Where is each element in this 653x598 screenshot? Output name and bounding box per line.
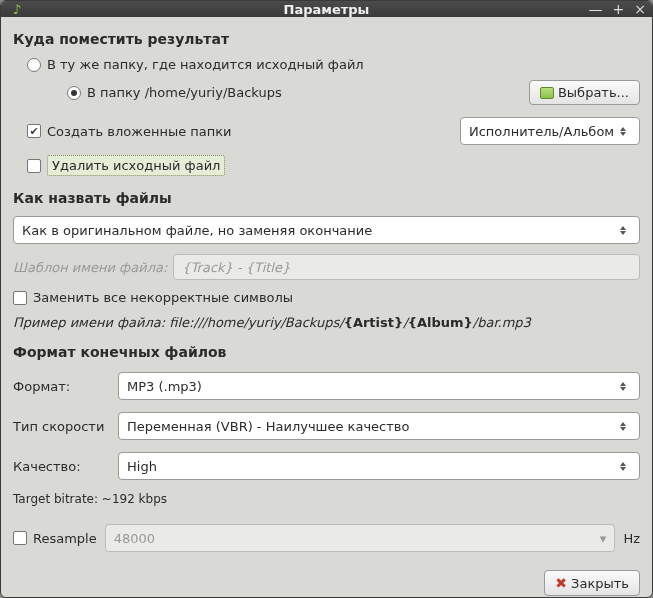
app-icon: ♪ <box>9 1 25 17</box>
resample-dropdown-icon: ▾ <box>600 531 607 546</box>
create-subfolders-label: Создать вложенные папки <box>47 124 232 139</box>
resample-input: 48000 ▾ <box>105 524 616 552</box>
maximize-button[interactable]: + <box>613 1 625 17</box>
example-plain3: /bar.mp3 <box>473 315 531 330</box>
close-window-button[interactable]: × <box>634 1 646 17</box>
replace-chars-checkbox[interactable] <box>13 291 27 305</box>
minimize-button[interactable]: — <box>589 1 603 17</box>
choose-folder-button[interactable]: Выбрать... <box>529 80 640 105</box>
filename-pattern-label: Шаблон имени файла: <box>13 260 167 275</box>
quality-select[interactable]: High <box>118 452 640 480</box>
radio-into-folder[interactable] <box>67 86 81 100</box>
radio-same-folder-label: В ту же папку, где находится исходный фа… <box>47 57 364 72</box>
where-heading: Куда поместить результат <box>13 31 640 47</box>
radio-same-folder-row[interactable]: В ту же папку, где находится исходный фа… <box>27 57 640 72</box>
close-button[interactable]: ✖ Закрыть <box>544 570 640 596</box>
filename-pattern-row: Шаблон имени файла: {Track} - {Title} <box>13 254 640 280</box>
radio-into-folder-label: В папку /home/yuriy/Backups <box>87 85 282 100</box>
format-label: Формат: <box>13 379 118 394</box>
subfolder-pattern-value: Исполнитель/Альбом <box>469 124 615 139</box>
window-controls: — + × <box>589 1 646 17</box>
content: Куда поместить результат В ту же папку, … <box>1 17 652 598</box>
delete-original-checkbox[interactable] <box>27 159 41 173</box>
resample-unit: Hz <box>623 531 640 546</box>
choose-button-label: Выбрать... <box>558 85 629 100</box>
preferences-window: ♪ Параметры — + × Куда поместить результ… <box>0 0 653 598</box>
replace-chars-row[interactable]: Заменить все некорректные символы <box>13 290 640 305</box>
format-heading: Формат конечных файлов <box>13 344 640 360</box>
create-subfolders-checkbox[interactable] <box>27 124 41 138</box>
naming-mode-caret-icon <box>615 226 631 235</box>
window-title: Параметры <box>1 2 652 17</box>
example-prefix: Пример имени файла: <box>13 315 165 330</box>
example-bold2: {Album} <box>408 315 473 330</box>
quality-value: High <box>127 459 615 474</box>
close-button-label: Закрыть <box>571 576 629 591</box>
subfolder-pattern-select[interactable]: Исполнитель/Альбом <box>460 117 640 145</box>
naming-mode-value: Как в оригинальном файле, но заменяя око… <box>22 223 615 238</box>
quality-row: Качество: High <box>13 452 640 480</box>
target-bitrate-label: Target bitrate: ~192 kbps <box>13 492 640 506</box>
quality-caret-icon <box>615 462 631 471</box>
format-row: Формат: MP3 (.mp3) <box>13 372 640 400</box>
resample-label: Resample <box>33 531 97 546</box>
speedtype-value: Переменная (VBR) - Наилучшее качество <box>127 419 615 434</box>
create-subfolders-row: Создать вложенные папки Исполнитель/Альб… <box>27 117 640 145</box>
resample-value: 48000 <box>114 531 600 546</box>
folder-icon <box>540 87 554 99</box>
format-value: MP3 (.mp3) <box>127 379 615 394</box>
example-filename: Пример имени файла: file:///home/yuriy/B… <box>13 315 640 330</box>
delete-original-label: Удалить исходный файл <box>47 155 225 176</box>
filename-pattern-input: {Track} - {Title} <box>173 254 640 280</box>
format-caret-icon <box>615 382 631 391</box>
filename-pattern-placeholder: {Track} - {Title} <box>182 260 290 275</box>
replace-chars-label: Заменить все некорректные символы <box>33 290 293 305</box>
example-bold1: {Artist} <box>344 315 404 330</box>
speedtype-row: Тип скорости Переменная (VBR) - Наилучше… <box>13 412 640 440</box>
radio-into-folder-row: В папку /home/yuriy/Backups Выбрать... <box>67 80 640 105</box>
radio-same-folder[interactable] <box>27 58 41 72</box>
naming-mode-select[interactable]: Как в оригинальном файле, но заменяя око… <box>13 216 640 244</box>
speedtype-caret-icon <box>615 422 631 431</box>
speedtype-select[interactable]: Переменная (VBR) - Наилучшее качество <box>118 412 640 440</box>
close-icon: ✖ <box>555 575 567 591</box>
format-select[interactable]: MP3 (.mp3) <box>118 372 640 400</box>
footer: ✖ Закрыть <box>13 556 640 596</box>
example-plain1: file:///home/yuriy/Backups/ <box>165 315 343 330</box>
speedtype-label: Тип скорости <box>13 419 118 434</box>
subfolder-pattern-caret-icon <box>615 127 631 136</box>
naming-heading: Как назвать файлы <box>13 190 640 206</box>
delete-original-row[interactable]: Удалить исходный файл <box>27 155 640 176</box>
resample-checkbox[interactable] <box>13 531 27 545</box>
resample-row: Resample 48000 ▾ Hz <box>13 524 640 552</box>
titlebar: ♪ Параметры — + × <box>1 1 652 17</box>
quality-label: Качество: <box>13 459 118 474</box>
